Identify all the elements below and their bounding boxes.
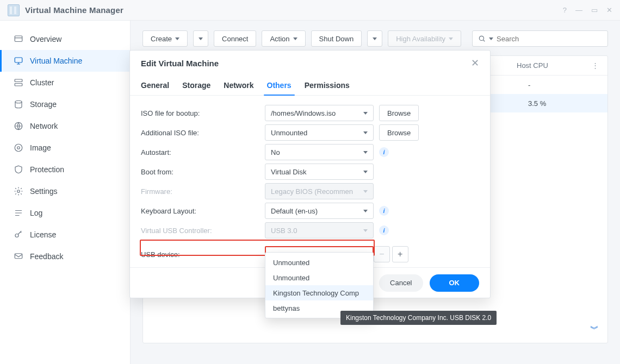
shutdown-button[interactable]: Shut Down (311, 30, 362, 47)
expand-chevron-icon[interactable]: ︾ (590, 324, 599, 335)
create-button[interactable]: Create (142, 30, 188, 47)
ha-button[interactable]: High Availability (388, 30, 461, 47)
select-iso-boot[interactable]: /homes/Windows.iso (265, 105, 374, 121)
select-firmware: Legacy BIOS (Recommen (265, 183, 374, 199)
usb-option[interactable]: Kingston Technology Comp (265, 285, 373, 300)
sidebar-item-label: Protection (30, 165, 64, 174)
sidebar-item-network[interactable]: Network (0, 115, 130, 137)
column-menu-icon[interactable]: ⋮ (592, 61, 599, 70)
browse-iso-add-button[interactable]: Browse (379, 124, 419, 141)
image-icon (14, 143, 23, 153)
window-controls: ? — ▭ ✕ (563, 6, 612, 14)
sidebar-item-settings[interactable]: Settings (0, 180, 130, 202)
chevron-down-icon (489, 37, 493, 40)
search-icon (478, 35, 486, 42)
tab-permissions[interactable]: Permissions (305, 76, 350, 95)
col-hostcpu[interactable]: Host CPU (517, 61, 587, 70)
dialog-close-button[interactable]: ✕ (471, 57, 479, 69)
svg-point-6 (15, 144, 22, 152)
svg-point-8 (17, 190, 20, 193)
cell-hostcpu: - (528, 81, 599, 89)
chevron-down-icon (175, 37, 179, 40)
label-usb-device: USB device: (141, 250, 265, 259)
storage-icon (14, 99, 23, 109)
cancel-button[interactable]: Cancel (379, 274, 423, 292)
tab-general[interactable]: General (141, 76, 169, 95)
svg-rect-0 (15, 36, 22, 42)
sidebar-item-image[interactable]: Image (0, 137, 130, 159)
sidebar-item-storage[interactable]: Storage (0, 93, 130, 115)
action-button[interactable]: Action (262, 30, 305, 47)
feedback-icon (14, 252, 23, 261)
sidebar-item-overview[interactable]: Overview (0, 28, 130, 50)
window-title: Virtual Machine Manager (25, 5, 123, 15)
sidebar-item-license[interactable]: License (0, 224, 130, 246)
svg-rect-2 (15, 79, 22, 82)
select-usb-ctrl: USB 3.0 (265, 222, 374, 239)
svg-point-7 (17, 147, 20, 149)
svg-rect-3 (15, 84, 22, 86)
tab-storage[interactable]: Storage (182, 76, 210, 95)
tab-network[interactable]: Network (224, 76, 253, 95)
select-boot-from[interactable]: Virtual Disk (265, 164, 374, 180)
help-icon[interactable]: ? (563, 6, 567, 14)
info-icon[interactable]: i (379, 147, 389, 157)
add-usb-button[interactable]: + (392, 246, 408, 262)
sidebar-item-label: Virtual Machine (30, 57, 82, 65)
svg-point-9 (15, 234, 18, 237)
sidebar-item-log[interactable]: Log (0, 202, 130, 224)
dialog-title: Edit Virtual Machine (141, 59, 219, 68)
browse-iso-boot-button[interactable]: Browse (379, 105, 419, 121)
maximize-icon[interactable]: ▭ (591, 6, 598, 14)
sidebar-item-virtual-machine[interactable]: Virtual Machine (0, 50, 130, 72)
label-kb-layout: Keyboard Layout: (141, 207, 265, 215)
search-input[interactable] (497, 35, 602, 43)
sidebar-item-label: Overview (30, 35, 61, 43)
usb-option[interactable]: Unmounted (265, 270, 373, 285)
sidebar: Overview Virtual Machine Cluster Storage… (0, 21, 131, 364)
sidebar-item-label: Settings (30, 187, 58, 196)
overview-icon (14, 34, 23, 44)
connect-button[interactable]: Connect (214, 30, 256, 47)
cluster-icon (14, 78, 23, 87)
sidebar-item-cluster[interactable]: Cluster (0, 72, 130, 93)
label-iso-boot: ISO file for bootup: (141, 109, 265, 117)
usb-device-dropdown[interactable]: Unmounted Unmounted Kingston Technology … (265, 252, 374, 318)
chevron-down-icon (199, 37, 203, 40)
sidebar-item-protection[interactable]: Protection (0, 159, 130, 180)
vm-icon (14, 56, 23, 66)
remove-usb-button[interactable]: − (374, 246, 390, 262)
svg-rect-10 (15, 254, 22, 259)
svg-rect-1 (15, 58, 22, 62)
toolbar: Create Connect Action Shut Down High Ava… (142, 30, 608, 47)
label-firmware: Firmware: (141, 187, 265, 196)
close-icon[interactable]: ✕ (606, 6, 612, 14)
select-autostart[interactable]: No (265, 144, 374, 160)
usb-option[interactable]: Unmounted (265, 255, 373, 270)
log-icon (14, 208, 23, 218)
sidebar-item-label: Network (30, 122, 58, 130)
search-box[interactable] (472, 30, 608, 47)
dialog-tabs: General Storage Network Others Permissio… (130, 76, 490, 96)
sidebar-item-feedback[interactable]: Feedback (0, 246, 130, 267)
svg-point-11 (479, 36, 483, 40)
label-iso-add: Additional ISO file: (141, 129, 265, 137)
minimize-icon[interactable]: — (575, 6, 582, 14)
titlebar: Virtual Machine Manager ? — ▭ ✕ (0, 0, 620, 21)
info-icon[interactable]: i (379, 225, 389, 235)
shutdown-split-button[interactable] (367, 30, 382, 47)
sidebar-item-label: Log (30, 209, 42, 217)
create-split-button[interactable] (193, 30, 208, 47)
ok-button[interactable]: OK (430, 274, 480, 292)
tab-others[interactable]: Others (267, 76, 292, 95)
select-iso-add[interactable]: Unmounted (265, 124, 374, 141)
select-kb-layout[interactable]: Default (en-us) (265, 203, 374, 219)
app-icon (8, 4, 20, 16)
info-icon[interactable]: i (379, 206, 389, 216)
chevron-down-icon (293, 37, 297, 40)
sidebar-item-label: Storage (30, 100, 57, 109)
tooltip: Kingston Technology Company Inc. USB DIS… (340, 311, 497, 325)
chevron-down-icon (373, 37, 377, 40)
shield-icon (14, 165, 23, 174)
label-boot-from: Boot from: (141, 168, 265, 176)
